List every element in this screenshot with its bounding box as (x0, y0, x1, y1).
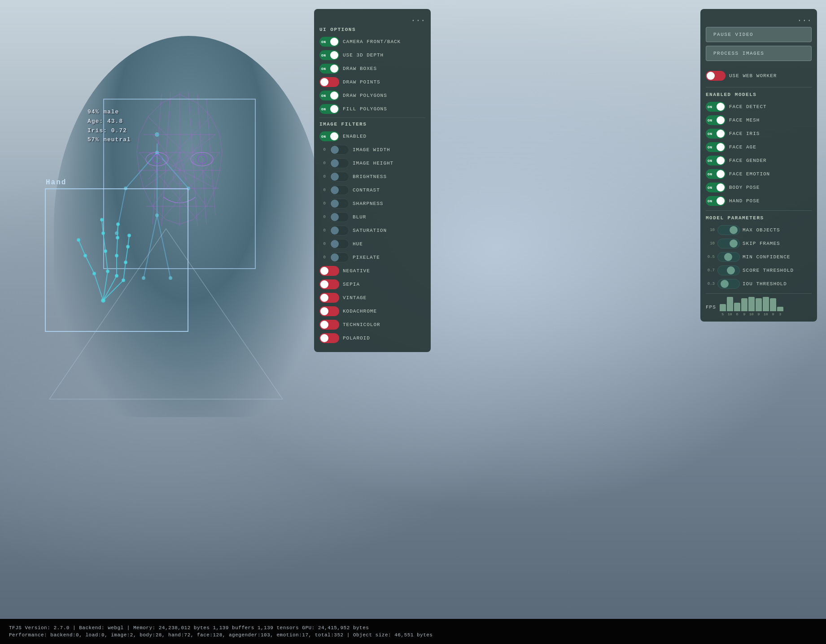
fill-polygons-toggle[interactable]: ON (319, 104, 339, 114)
face-gender-toggle[interactable]: ON (706, 156, 725, 165)
polaroid-label: Polaroid (343, 335, 425, 341)
vintage-toggle[interactable]: OFF (319, 293, 339, 303)
polaroid-toggle[interactable]: OFF (319, 333, 339, 343)
use-3d-depth-toggle[interactable]: ON (319, 50, 339, 60)
skip-frames-slider[interactable] (717, 239, 740, 248)
negative-row: OFF Negative (319, 266, 425, 276)
technicolor-toggle[interactable]: OFF (319, 320, 339, 330)
filters-divider (319, 117, 425, 118)
blur-value: 0 (319, 215, 326, 219)
face-detect-label: Face Detect (729, 104, 812, 109)
max-objects-slider[interactable] (717, 225, 740, 235)
body-pose-label: Body Pose (729, 185, 812, 190)
pixelate-row: 0 Pixelate (319, 252, 425, 262)
polaroid-row: OFF Polaroid (319, 333, 425, 343)
brightness-slider[interactable] (329, 172, 349, 182)
min-confidence-slider[interactable] (717, 252, 740, 262)
face-emotion-toggle[interactable]: ON (706, 169, 725, 179)
fps-num-label: 10 (728, 312, 732, 316)
camera-front-back-toggle[interactable]: ON (319, 37, 339, 47)
ui-options-panel: ... UI Options ON Camera Front/Back ON U… (314, 9, 431, 352)
filters-enabled-row: ON Enabled (319, 131, 425, 141)
hand-pose-row: ON Hand Pose (706, 196, 812, 206)
saturation-row: 0 Saturation (319, 226, 425, 235)
draw-boxes-row: ON Draw Boxes (319, 64, 425, 74)
svg-point-60 (101, 218, 103, 221)
enabled-models-title: Enabled Models (706, 92, 812, 97)
sepia-toggle[interactable]: OFF (319, 279, 339, 289)
kodachrome-toggle[interactable]: OFF (319, 306, 339, 316)
params-separator (706, 210, 812, 211)
hand-pose-label: Hand Pose (729, 198, 812, 204)
technicolor-row: OFF Technicolor (319, 320, 425, 330)
iou-threshold-slider[interactable] (717, 279, 740, 289)
web-worker-toggle[interactable]: OFF (706, 71, 725, 81)
vintage-label: Vintage (343, 295, 425, 300)
blur-slider[interactable] (329, 212, 349, 222)
face-iris-row: ON Face Iris (706, 129, 812, 139)
pixelate-value: 0 (319, 255, 326, 260)
face-mesh-label: Face Mesh (729, 117, 812, 123)
fps-bar (727, 297, 733, 311)
fps-bar (734, 303, 740, 311)
min-confidence-label: Min Confidence (743, 254, 812, 260)
min-confidence-row: 0.5 Min Confidence (706, 252, 812, 262)
image-width-slider[interactable] (329, 145, 349, 155)
negative-toggle[interactable]: OFF (319, 266, 339, 276)
use-3d-depth-row: ON Use 3D Depth (319, 50, 425, 60)
process-images-button[interactable]: Process Images (706, 46, 812, 61)
fps-bar-item: 6 (734, 303, 740, 316)
sharpness-row: 0 Sharpness (319, 199, 425, 209)
kodachrome-row: OFF Kodachrome (319, 306, 425, 316)
filters-enabled-toggle[interactable]: ON (319, 131, 339, 141)
face-iris-label: Face Iris (729, 131, 812, 136)
skip-frames-row: 10 Skip Frames (706, 239, 812, 248)
brightness-label: Brightness (353, 174, 425, 179)
fps-label: FPS (706, 305, 716, 310)
contrast-slider[interactable] (329, 185, 349, 195)
face-detect-toggle[interactable]: ON (706, 102, 725, 112)
draw-points-row: OFF Draw Points (319, 77, 425, 87)
male-pct-stat: 94% male (87, 108, 131, 117)
score-threshold-slider[interactable] (717, 265, 740, 275)
face-emotion-row: ON Face Emotion (706, 169, 812, 179)
face-iris-toggle[interactable]: ON (706, 129, 725, 139)
fps-num-label: 9 (772, 312, 774, 316)
fill-polygons-row: ON Fill Polygons (319, 104, 425, 114)
pixelate-slider[interactable] (329, 252, 349, 262)
draw-points-toggle[interactable]: OFF (319, 77, 339, 87)
image-width-value: 0 (319, 148, 326, 152)
fill-polygons-label: Fill Polygons (343, 106, 425, 112)
draw-polygons-toggle[interactable]: ON (319, 91, 339, 100)
fps-separator (706, 293, 812, 294)
face-mesh-toggle[interactable]: ON (706, 115, 725, 125)
hand-pose-toggle[interactable]: ON (706, 196, 725, 206)
saturation-slider[interactable] (329, 226, 349, 235)
triangle-overlay (36, 224, 296, 404)
face-age-toggle[interactable]: ON (706, 142, 725, 152)
max-objects-label: Max Objects (743, 227, 812, 233)
body-pose-toggle[interactable]: ON (706, 183, 725, 192)
draw-boxes-toggle[interactable]: ON (319, 64, 339, 74)
hue-slider[interactable] (329, 239, 349, 249)
controls-panel: ... Pause Video Process Images OFF Use W… (700, 9, 817, 322)
fps-bar-item: 10 (727, 297, 733, 316)
image-height-slider[interactable] (329, 158, 349, 168)
ui-options-menu-dots[interactable]: ... (319, 14, 425, 23)
fps-bar (720, 304, 726, 311)
body-pose-row: ON Body Pose (706, 183, 812, 192)
fps-bar (763, 297, 769, 311)
skip-frames-label: Skip Frames (743, 241, 812, 246)
fps-bar (777, 307, 783, 311)
fps-bar-item: 10 (748, 297, 755, 316)
max-objects-row: 10 Max Objects (706, 225, 812, 235)
filters-enabled-label: Enabled (343, 134, 425, 139)
sharpness-slider[interactable] (329, 199, 349, 209)
image-height-label: Image Height (353, 161, 425, 166)
face-mesh-row: ON Face Mesh (706, 115, 812, 125)
pause-video-button[interactable]: Pause Video (706, 27, 812, 42)
status-line-1: TFJS Version: 2.7.0 | Backend: webgl | M… (9, 624, 817, 632)
emotion-stat: 57% neutral (87, 135, 131, 145)
controls-menu-dots[interactable]: ... (706, 14, 812, 23)
draw-polygons-label: Draw Polygons (343, 93, 425, 98)
